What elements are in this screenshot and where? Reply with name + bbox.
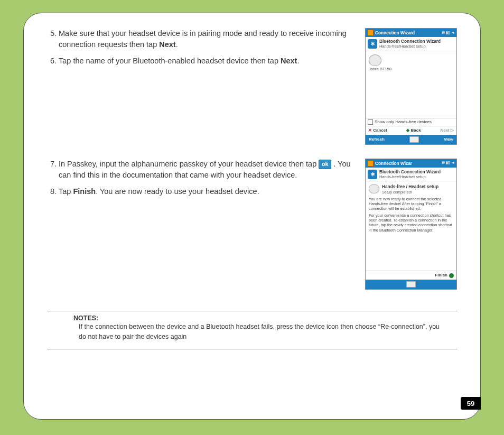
volume-icon: ◄: [451, 161, 455, 165]
phone2-body: Hands-free / Headset setup Setup complet…: [366, 181, 456, 271]
phone2-system-tray: ⇄ ▮▯ ◄: [442, 161, 455, 165]
signal-icon: ▮▯: [446, 161, 450, 165]
finish-icon: [449, 273, 454, 278]
phone1-softkey-bar: Refresh View: [366, 135, 456, 144]
volume-icon: ◄: [451, 31, 455, 35]
phone2-header-sub: Hands-free/Headset setup: [379, 174, 441, 179]
phone1-header-sub: Hands-free/Headset setup: [379, 44, 441, 49]
phone1-button-bar: ✕ Cancel ◆ Back Next ▷: [366, 126, 456, 135]
instruction-text-2: In Passkey, input the alphanumeric passk…: [47, 159, 356, 202]
phone2-paragraph-2: For your convenience a connection shortc…: [369, 213, 453, 232]
phone2-title: Connection Wizar: [375, 161, 412, 166]
step-6: Tap the name of your Bluetooth-enabled h…: [59, 55, 356, 67]
step-8-text-b: . You are now ready to use your headset …: [96, 187, 259, 196]
device-name: Jabra BT150: [369, 67, 391, 71]
phone2-titlebar: Connection Wizar ⇄ ▮▯ ◄: [366, 159, 456, 168]
phone1-system-tray: ⇄ ▮▯ ◄: [442, 31, 455, 35]
phone1-filter-row[interactable]: Show only Hands-free devices: [366, 118, 456, 126]
divider: [47, 311, 457, 311]
headset-icon: [369, 184, 379, 193]
step-6-end: .: [297, 57, 299, 65]
keyboard-icon[interactable]: [409, 136, 419, 143]
notes-body: If the connection between the device and…: [73, 322, 441, 341]
phone2-header: ∗ Bluetooth Connection Wizard Hands-free…: [366, 168, 456, 182]
keyboard-icon[interactable]: [406, 281, 416, 288]
checkbox-icon[interactable]: [368, 119, 373, 125]
softkey-left-empty: [369, 282, 370, 287]
finish-button[interactable]: Finish: [435, 273, 447, 278]
phone2-header-title: Bluetooth Connection Wizard: [379, 169, 441, 174]
content-area: Make sure that your headset device is in…: [47, 28, 457, 353]
connectivity-icon: ⇄: [442, 161, 445, 165]
notes-title: NOTES:: [73, 314, 441, 322]
phone1-title: Connection Wizard: [375, 30, 415, 35]
phone1-checkbox-label: Show only Hands-free devices: [375, 119, 432, 125]
phone1-header: ∗ Bluetooth Connection Wizard Hands-free…: [366, 37, 456, 51]
bluetooth-icon: ∗: [368, 39, 377, 49]
softkey-view[interactable]: View: [444, 137, 453, 142]
connectivity-icon: ⇄: [442, 31, 445, 35]
step-6-bold: Next: [281, 57, 297, 65]
phone1-header-title: Bluetooth Connection Wizard: [379, 39, 441, 44]
step-8-bold: Finish: [73, 187, 96, 196]
step-8-text-a: Tap: [59, 187, 73, 196]
setup-title: Hands-free / Headset setup: [382, 184, 438, 189]
phone2-paragraph-1: You are now ready to connect the selecte…: [369, 197, 453, 211]
bluetooth-icon: ∗: [368, 170, 377, 179]
signal-icon: ▮▯: [446, 31, 450, 35]
phone2-softkey-bar: [366, 280, 456, 289]
cancel-button[interactable]: ✕ Cancel: [368, 128, 387, 133]
back-button[interactable]: ◆ Back: [406, 128, 421, 133]
headset-icon: [369, 54, 381, 66]
phone1-titlebar: Connection Wizard ⇄ ▮▯ ◄: [366, 29, 456, 37]
start-icon: [367, 160, 374, 166]
setup-complete-row: Hands-free / Headset setup Setup complet…: [369, 184, 453, 194]
step-7: In Passkey, input the alphanumeric passk…: [59, 159, 356, 181]
ok-icon: ok: [319, 160, 331, 169]
phone-screenshot-1: Connection Wizard ⇄ ▮▯ ◄ ∗ Bluetooth Con…: [365, 28, 457, 145]
next-button[interactable]: Next ▷: [440, 128, 454, 133]
step-6-text: Tap the name of your Bluetooth-enabled h…: [59, 57, 281, 65]
section-1: Make sure that your headset device is in…: [47, 28, 457, 145]
phone2-finish-bar: Finish: [366, 271, 456, 280]
start-icon: [367, 30, 374, 36]
phone1-device-list: Jabra BT150: [366, 51, 456, 118]
divider: [47, 349, 457, 349]
step-5-text: Make sure that your headset device is in…: [59, 29, 347, 49]
softkey-refresh[interactable]: Refresh: [369, 137, 385, 142]
section-2: In Passkey, input the alphanumeric passk…: [47, 159, 457, 290]
instruction-text: Make sure that your headset device is in…: [47, 28, 356, 72]
device-item[interactable]: Jabra BT150: [369, 54, 396, 71]
step-5-end: .: [176, 40, 178, 49]
setup-subtitle: Setup completed!: [382, 190, 438, 195]
step-5-bold: Next: [159, 40, 175, 49]
phone-screenshot-2: Connection Wizar ⇄ ▮▯ ◄ ∗ Bluetooth Conn…: [365, 159, 457, 290]
step-8: Tap Finish. You are now ready to use you…: [59, 186, 356, 197]
page-number: 59: [461, 397, 481, 410]
step-5: Make sure that your headset device is in…: [59, 28, 356, 50]
document-page: Make sure that your headset device is in…: [23, 13, 481, 420]
softkey-right-empty: [452, 282, 453, 287]
step-7-text-a: In Passkey, input the alphanumeric passk…: [59, 160, 319, 168]
notes-section: NOTES: If the connection between the dev…: [47, 303, 457, 352]
